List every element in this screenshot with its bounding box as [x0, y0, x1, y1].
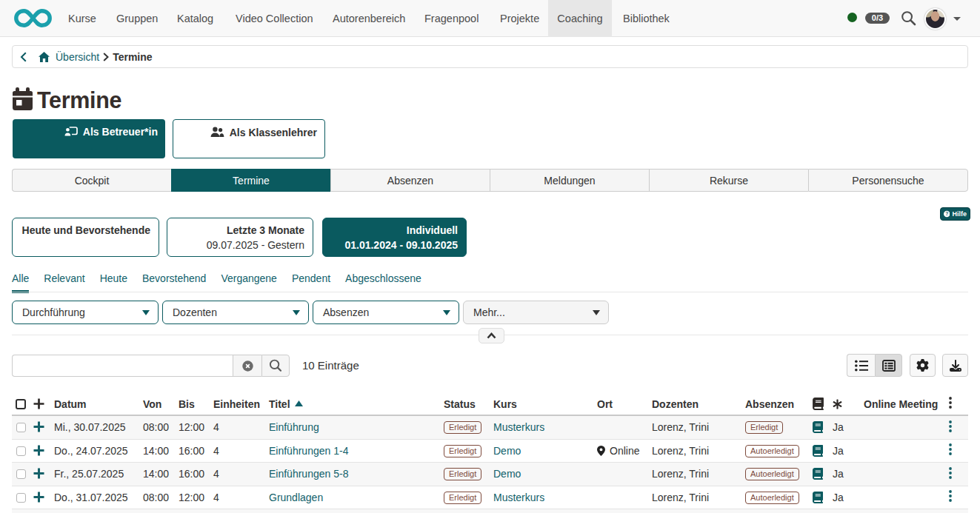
svg-text:?: ?	[945, 211, 948, 216]
